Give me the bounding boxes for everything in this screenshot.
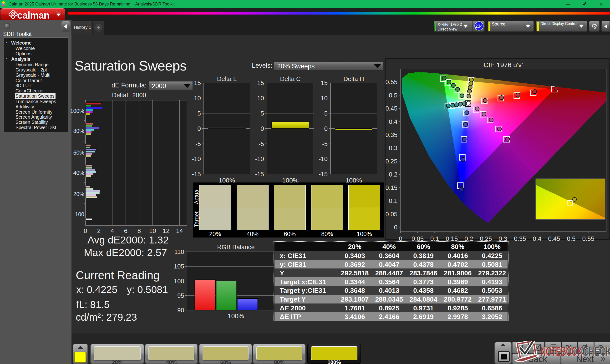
svg-text:0.05: 0.05 [385, 211, 397, 218]
svg-text:0.2: 0.2 [464, 235, 473, 241]
svg-text:Actual: Actual [193, 188, 200, 204]
svg-text:0.45: 0.45 [385, 105, 397, 112]
svg-text:100: 100 [174, 277, 184, 285]
svg-text:60%: 60% [73, 150, 84, 156]
svg-text:0.1: 0.1 [389, 197, 397, 204]
svg-text:40%: 40% [73, 170, 84, 176]
svg-text:5: 5 [324, 110, 328, 117]
svg-text:4: 4 [111, 227, 114, 234]
svg-text:15: 15 [194, 79, 201, 87]
svg-text:0.2: 0.2 [389, 171, 397, 178]
svg-text:0: 0 [324, 125, 328, 132]
svg-text:14: 14 [176, 227, 183, 234]
svg-text:0.25: 0.25 [385, 158, 397, 165]
svg-text:10: 10 [257, 95, 264, 102]
svg-text:20%: 20% [73, 191, 84, 197]
svg-text:10: 10 [194, 95, 201, 102]
svg-text:0.5: 0.5 [567, 235, 575, 241]
svg-text:5: 5 [261, 110, 264, 117]
svg-text:Delta H: Delta H [343, 75, 364, 82]
svg-text:0: 0 [261, 125, 264, 132]
svg-text:0.1: 0.1 [430, 235, 439, 241]
svg-text:Delta C: Delta C [280, 75, 301, 82]
svg-text:0.4: 0.4 [389, 118, 397, 125]
svg-text:0.05: 0.05 [412, 235, 424, 241]
svg-text:0.3: 0.3 [389, 144, 397, 152]
svg-text:-15: -15 [192, 170, 201, 178]
svg-text:0.55: 0.55 [582, 235, 594, 241]
svg-text:Delta L: Delta L [217, 75, 237, 82]
svg-text:-15: -15 [319, 170, 328, 178]
svg-text:0.45: 0.45 [548, 235, 560, 241]
svg-text:80%: 80% [73, 128, 84, 134]
svg-text:RGB Balance: RGB Balance [217, 244, 255, 251]
svg-text:-15: -15 [255, 170, 264, 178]
svg-text:12: 12 [163, 227, 169, 234]
svg-text:95: 95 [177, 292, 184, 299]
svg-text:100%: 100% [70, 108, 84, 114]
svg-text:0: 0 [197, 125, 201, 132]
svg-text:NOTEBOOK: NOTEBOOK [541, 344, 583, 358]
svg-text:100: 100 [75, 211, 84, 218]
svg-text:0: 0 [84, 227, 87, 234]
svg-text:2: 2 [97, 227, 101, 234]
svg-text:105: 105 [174, 263, 184, 270]
svg-text:0.15: 0.15 [446, 235, 458, 241]
svg-text:90: 90 [177, 307, 184, 314]
svg-text:0.3: 0.3 [499, 235, 507, 241]
svg-text:10: 10 [149, 227, 156, 234]
svg-text:6: 6 [124, 227, 127, 234]
svg-text:DeltaE 2000: DeltaE 2000 [112, 91, 146, 99]
svg-text:8: 8 [138, 227, 141, 234]
svg-text:CHECK: CHECK [582, 344, 610, 358]
svg-text:110: 110 [174, 248, 184, 255]
svg-text:0.55: 0.55 [385, 78, 397, 86]
svg-text:-10: -10 [319, 155, 328, 162]
svg-text:15: 15 [257, 79, 264, 87]
svg-text:0.15: 0.15 [385, 184, 397, 191]
svg-text:-10: -10 [192, 155, 201, 162]
svg-text:0.4: 0.4 [533, 235, 541, 241]
svg-text:0.35: 0.35 [514, 235, 526, 241]
svg-text:CIE 1976 u'v': CIE 1976 u'v' [484, 61, 523, 69]
svg-text:15: 15 [321, 79, 328, 87]
svg-text:0: 0 [399, 235, 402, 241]
svg-text:-10: -10 [255, 155, 264, 162]
svg-text:0.35: 0.35 [385, 131, 397, 138]
svg-text:0: 0 [394, 224, 397, 231]
svg-text:0.5: 0.5 [389, 92, 397, 99]
svg-text:0.25: 0.25 [480, 235, 492, 241]
svg-text:-5: -5 [195, 140, 201, 147]
svg-text:-5: -5 [259, 140, 264, 147]
svg-text:100%: 100% [228, 312, 244, 320]
svg-text:5: 5 [197, 110, 201, 117]
svg-text:10: 10 [321, 95, 328, 102]
svg-text:-5: -5 [322, 140, 328, 147]
svg-text:Target: Target [193, 211, 200, 227]
